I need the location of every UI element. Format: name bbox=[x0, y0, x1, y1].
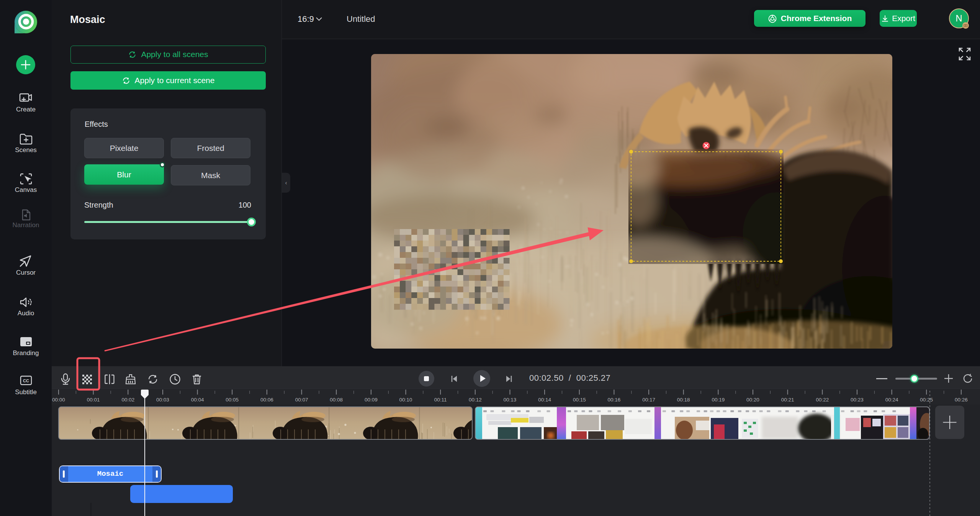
svg-text:CC: CC bbox=[23, 378, 29, 383]
